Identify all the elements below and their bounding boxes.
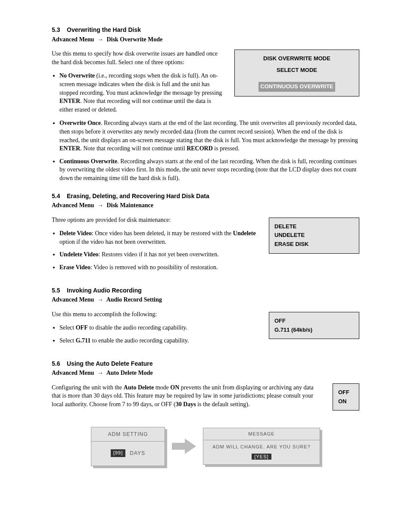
breadcrumb-b: Auto Delete Mode [106, 370, 153, 376]
undelete-label: Undelete [233, 230, 256, 236]
item-label: Undelete Video [59, 251, 99, 258]
on-label: ON [170, 384, 179, 391]
key-record: RECORD [187, 145, 213, 152]
breadcrumb: Advanced Menu → Audio Record Setting [52, 296, 359, 304]
intro-text: Use this menu to accomplish the followin… [52, 310, 259, 319]
bullet-list: Select OFF to disable the audio recordin… [52, 324, 259, 345]
p-text: mode [154, 384, 170, 391]
section-title: Invoking Audio Recording [67, 287, 142, 294]
item-text: : Video is removed with no possibility o… [90, 264, 218, 271]
breadcrumb: Advanced Menu → Disk Maintenance [52, 201, 359, 210]
arrow-right-icon: → [97, 202, 103, 208]
menu-item: ON [338, 397, 354, 406]
menu-disk-maintenance: DELETE UNDELETE ERASE DISK [269, 218, 359, 254]
breadcrumb: Advanced Menu → Disk Overwrite Mode [52, 35, 359, 44]
menu-audio-record: OFF G.711 (64kb/s) [269, 312, 359, 339]
section-heading: 5.4 Erasing, Deleting, and Recovering Ha… [52, 192, 359, 201]
item-label: Delete Video [59, 230, 92, 236]
section-heading: 5.5 Invoking Audio Recording [52, 286, 359, 295]
menu-item: DELETE [274, 222, 354, 231]
section-number: 5.5 [52, 287, 60, 294]
section-title: Erasing, Deleting, and Recovering Hard D… [67, 193, 209, 199]
breadcrumb-b: Disk Maintenance [106, 202, 153, 208]
bullet-list: No Overwrite (i.e., recording stops when… [52, 72, 225, 114]
item-text: : Restores video if it has not yet been … [99, 251, 219, 258]
intro-text: Three options are provided for disk main… [52, 216, 259, 224]
menu-subtitle: SELECT MODE [240, 66, 354, 75]
menu-disk-overwrite: DISK OVERWRITE MODE SELECT MODE CONTINUO… [234, 50, 359, 96]
item-label: No Overwrite [59, 72, 95, 79]
off-label: OFF [76, 324, 88, 331]
lcd-row: ADM SETTING [99] DAYS MESSAGE ADM WILL C… [52, 427, 359, 466]
arrow-right-icon: → [97, 296, 103, 303]
item-text: option if the video has not been overwri… [59, 239, 166, 245]
breadcrumb-a: Advanced Menu [52, 202, 94, 208]
breadcrumb-b: Disk Overwrite Mode [106, 36, 162, 43]
list-item: Select OFF to disable the audio recordin… [59, 324, 259, 332]
section-title: Using the Auto Delete Feature [67, 360, 153, 367]
bullet-list: Overwrite Once. Recording always starts … [52, 119, 359, 182]
item-text: . Recording always starts at the end of … [59, 120, 358, 143]
list-item: Select G.711 to enable the audio recordi… [59, 336, 259, 345]
lcd-yes-badge: [YES] [252, 454, 271, 460]
list-item: Continuous Overwrite. Recording always s… [59, 157, 359, 183]
thirty-days-label: 30 Days [176, 401, 196, 408]
list-item: Overwrite Once. Recording always starts … [59, 119, 359, 152]
menu-item: UNDELETE [274, 231, 354, 240]
lcd-msg-title: MESSAGE [203, 428, 320, 440]
list-item: Delete Video: Once video has been delete… [59, 229, 259, 246]
key-enter: ENTER [59, 98, 80, 104]
arrow-right-icon: → [97, 36, 103, 43]
breadcrumb-a: Advanced Menu [52, 370, 94, 376]
big-arrow-right-icon [172, 438, 196, 455]
section-number: 5.6 [52, 360, 60, 367]
lcd-title: ADM SETTING [91, 427, 165, 442]
section-heading: 5.6 Using the Auto Delete Feature [52, 360, 359, 368]
menu-item: OFF [338, 388, 354, 397]
item-text: is pressed. [213, 145, 240, 152]
item-text: to disable the audio recording capabilit… [88, 324, 187, 331]
breadcrumb: Advanced Menu → Auto Delete Mode [52, 369, 359, 377]
svg-marker-0 [172, 439, 196, 454]
list-item: Erase Video: Video is removed with no po… [59, 263, 259, 272]
lcd-message: MESSAGE ADM WILL CHANGE. ARE YOU SURE? [… [203, 428, 320, 465]
menu-item: G.711 (64kb/s) [274, 326, 354, 335]
menu-item: ERASE DISK [274, 240, 354, 249]
section-number: 5.3 [52, 26, 60, 33]
list-item: Undelete Video: Restores video if it has… [59, 250, 259, 259]
lcd-msg-text: ADM WILL CHANGE. ARE YOU SURE? [203, 440, 320, 452]
item-label: Erase Video [59, 264, 90, 271]
section-5-3: 5.3 Overwriting the Hard Disk Advanced M… [52, 26, 359, 183]
lcd-value-badge: [99] [111, 449, 125, 457]
g711-label: G.711 [76, 337, 91, 344]
menu-selected: CONTINUOUS OVERWRITE [258, 82, 335, 92]
section-5-5: 5.5 Invoking Audio Recording Advanced Me… [52, 286, 359, 350]
key-enter: ENTER [59, 145, 80, 152]
section-5-4: 5.4 Erasing, Deleting, and Recovering Ha… [52, 192, 359, 277]
section-number: 5.4 [52, 193, 60, 199]
paragraph: Configuring the unit with the Auto Delet… [52, 383, 323, 409]
intro-text: Use this menu to specify how disk overwr… [52, 50, 225, 66]
menu-title: DISK OVERWRITE MODE [240, 54, 354, 63]
item-text: to enable the audio recording capability… [90, 337, 189, 344]
lcd-adm-setting: ADM SETTING [99] DAYS [91, 427, 165, 466]
breadcrumb-b: Audio Record Setting [106, 296, 162, 303]
section-heading: 5.3 Overwriting the Hard Disk [52, 26, 359, 34]
lcd-unit: DAYS [130, 450, 145, 457]
p-text: Configuring the unit with the [52, 384, 124, 391]
arrow-right-icon: → [97, 370, 103, 376]
section-title: Overwriting the Hard Disk [67, 26, 141, 33]
section-5-6: 5.6 Using the Auto Delete Feature Advanc… [52, 360, 359, 466]
menu-item: OFF [274, 317, 354, 326]
item-text: . Note that recording will not continue … [80, 145, 187, 152]
breadcrumb-a: Advanced Menu [52, 296, 94, 303]
item-text: Select [59, 337, 76, 344]
p-text: is the default setting). [196, 401, 250, 408]
item-label: Overwrite Once [59, 120, 101, 126]
item-text: . Note that recording will not continue … [59, 98, 211, 113]
item-label: Continuous Overwrite [59, 158, 117, 165]
breadcrumb-a: Advanced Menu [52, 36, 94, 43]
item-text: : Once video has been deleted, it may be… [92, 230, 233, 236]
list-item: No Overwrite (i.e., recording stops when… [59, 72, 225, 114]
bullet-list: Delete Video: Once video has been delete… [52, 229, 259, 271]
